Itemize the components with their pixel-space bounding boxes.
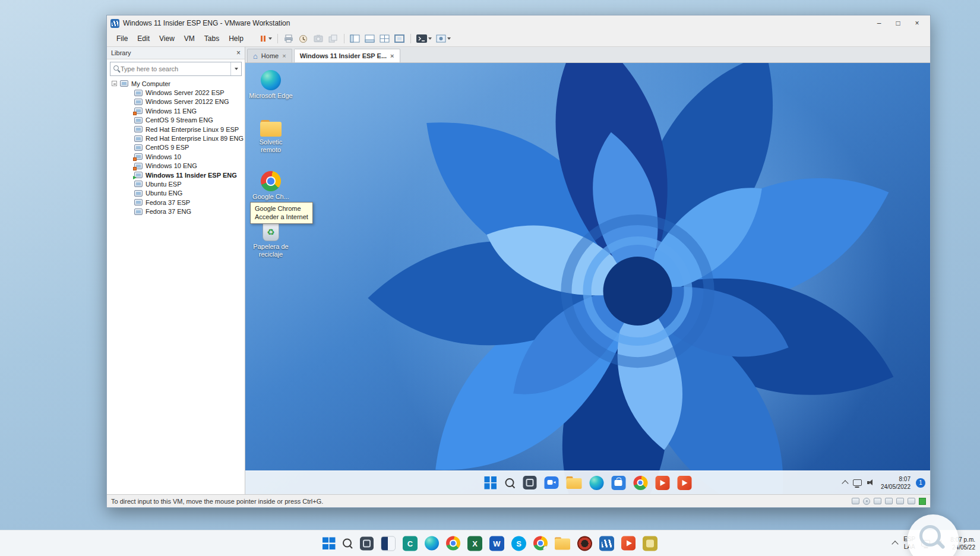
open-terminal-button[interactable] <box>415 32 433 45</box>
host-app-orange-button[interactable] <box>621 536 636 551</box>
chevron-down-icon <box>447 37 451 40</box>
library-item[interactable]: Red Hat Enterprise Linux 9 ESP <box>107 125 245 134</box>
library-item[interactable]: Windows 10 <box>107 152 245 161</box>
library-item[interactable]: Windows Server 2022 ESP <box>107 88 245 97</box>
suspend-button[interactable] <box>258 32 273 45</box>
console-view-button[interactable] <box>378 32 391 45</box>
library-item[interactable]: CentOS 9 Stream ENG <box>107 116 245 125</box>
edge-icon <box>261 70 281 90</box>
usb-device-icon[interactable] <box>885 498 893 504</box>
host-word-button[interactable]: W <box>489 536 504 551</box>
host-skype-button[interactable]: S <box>511 536 526 551</box>
close-button[interactable]: × <box>908 17 927 30</box>
library-item[interactable]: Ubuntu ESP <box>107 179 245 188</box>
show-hidden-icons-chevron[interactable] <box>842 480 848 486</box>
volume-icon[interactable] <box>867 479 875 486</box>
sound-device-icon[interactable] <box>896 498 904 504</box>
menu-vm[interactable]: VM <box>179 32 200 45</box>
full-screen-button[interactable] <box>393 32 406 45</box>
vmware-icon <box>599 536 614 551</box>
vm-store-button[interactable] <box>611 476 625 490</box>
host-file-explorer-button[interactable] <box>555 537 570 549</box>
cd-drive-icon[interactable] <box>863 498 870 505</box>
orange-app-icon <box>621 536 636 551</box>
desktop-icon-chrome[interactable]: Google Ch... <box>249 171 293 201</box>
menu-tabs[interactable]: Tabs <box>200 32 224 45</box>
minimize-button[interactable]: – <box>870 17 889 30</box>
vm-app-orange-2-button[interactable] <box>677 476 691 490</box>
host-search-button[interactable] <box>342 538 353 549</box>
library-title: Library <box>111 49 131 56</box>
menu-edit[interactable]: Edit <box>132 32 154 45</box>
menu-file[interactable]: File <box>112 32 132 45</box>
library-item[interactable]: Red Hat Enterprise Linux 89 ENG <box>107 134 245 143</box>
host-excel-button[interactable]: X <box>467 536 482 551</box>
menu-help[interactable]: Help <box>224 32 248 45</box>
desktop-icon-recycle-bin[interactable]: ♻ Papelera de reciclaje <box>249 222 293 258</box>
hard-disk-icon[interactable] <box>852 498 859 504</box>
menu-view[interactable]: View <box>154 32 179 45</box>
snapshot-manager-button[interactable] <box>327 32 340 45</box>
host-start-button[interactable] <box>323 537 335 549</box>
task-view-icon <box>360 536 374 550</box>
display-device-icon[interactable] <box>908 498 915 504</box>
vm-task-view-button[interactable] <box>523 476 536 489</box>
host-task-view-button[interactable] <box>360 536 374 550</box>
tab-home[interactable]: ⌂ Home × <box>247 49 292 62</box>
library-close-button[interactable]: × <box>236 49 241 56</box>
vm-clock[interactable]: 8:07 24/05/2022 <box>881 475 911 491</box>
host-edge-button[interactable] <box>425 536 439 551</box>
search-input[interactable] <box>121 65 230 72</box>
library-item[interactable]: CentOS 9 ESP <box>107 143 245 152</box>
library-search <box>110 62 242 76</box>
network-adapter-icon[interactable] <box>874 498 881 504</box>
search-icon <box>342 538 353 549</box>
desktop-icon-solvetic-remoto[interactable]: Solvetic remoto <box>249 120 293 154</box>
vm-icon-suspended <box>134 163 143 169</box>
vm-edge-button[interactable] <box>589 476 603 490</box>
host-code-app-button[interactable]: C <box>403 536 418 551</box>
vm-search-button[interactable] <box>504 478 515 488</box>
print-button[interactable] <box>282 32 295 45</box>
tree-root-my-computer[interactable]: My Computer <box>107 79 245 88</box>
tab-close-icon[interactable]: × <box>282 53 286 59</box>
library-item[interactable]: Fedora 37 ESP <box>107 198 245 207</box>
library-item[interactable]: Fedora 37 ENG <box>107 207 245 216</box>
vm-start-button[interactable] <box>484 476 497 489</box>
search-dropdown-button[interactable] <box>230 62 241 75</box>
vm-chat-button[interactable] <box>544 476 558 489</box>
host-browser-circle-button[interactable] <box>577 536 592 551</box>
tab-close-icon[interactable]: × <box>390 53 394 59</box>
vm-console-view[interactable]: Microsoft Edge Solvetic remoto Google Ch… <box>245 63 930 494</box>
host-app-olive-button[interactable] <box>643 536 657 551</box>
edge-icon <box>425 536 439 551</box>
notification-badge[interactable]: 1 <box>916 478 925 488</box>
host-chrome-secondary-button[interactable] <box>533 536 548 551</box>
library-item-active[interactable]: Windows 11 Insider ESP ENG <box>107 170 245 179</box>
show-library-button[interactable] <box>349 32 362 45</box>
library-item[interactable]: Windows Server 20122 ENG <box>107 97 245 106</box>
host-photos-button[interactable] <box>381 536 396 551</box>
vm-chrome-button[interactable] <box>633 476 647 490</box>
vm-taskbar: 8:07 24/05/2022 1 <box>245 470 930 494</box>
show-hidden-icons-chevron[interactable] <box>892 541 899 547</box>
host-chrome-button[interactable] <box>446 536 460 551</box>
unity-mode-button[interactable] <box>435 32 452 45</box>
library-item[interactable]: Windows 11 ENG <box>107 106 245 115</box>
network-display-icon[interactable] <box>853 479 862 486</box>
vm-icon-suspended <box>134 153 143 160</box>
revert-snapshot-button[interactable] <box>297 32 310 45</box>
vm-app-orange-1-button[interactable] <box>655 476 669 490</box>
collapse-icon[interactable] <box>112 81 117 86</box>
take-snapshot-button[interactable] <box>312 32 325 45</box>
maximize-button[interactable]: □ <box>889 17 908 30</box>
library-item[interactable]: Windows 10 ENG <box>107 162 245 170</box>
show-thumbnail-bar-button[interactable] <box>363 32 377 45</box>
vm-file-explorer-button[interactable] <box>566 476 581 489</box>
host-vmware-button[interactable] <box>599 536 614 551</box>
library-item[interactable]: Ubuntu ENG <box>107 189 245 198</box>
vm-tree: My Computer Windows Server 2022 ESP Wind… <box>107 77 245 494</box>
chrome-icon <box>446 536 460 551</box>
desktop-icon-edge[interactable]: Microsoft Edge <box>249 70 293 100</box>
tab-vm-active[interactable]: Windows 11 Insider ESP E... × <box>294 49 400 62</box>
